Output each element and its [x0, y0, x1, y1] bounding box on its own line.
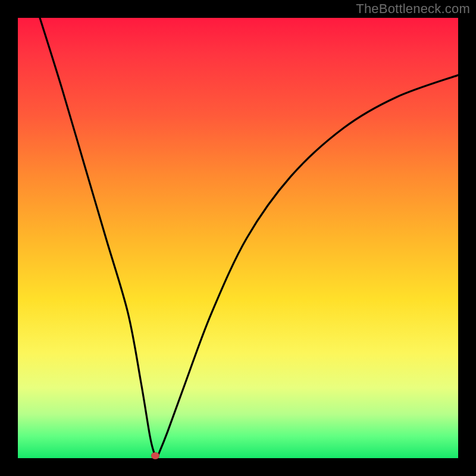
plot-area [18, 18, 458, 458]
chart-frame: TheBottleneck.com [0, 0, 476, 476]
watermark-text: TheBottleneck.com [356, 1, 470, 17]
min-point-marker [151, 452, 159, 459]
bottleneck-curve [18, 18, 458, 458]
